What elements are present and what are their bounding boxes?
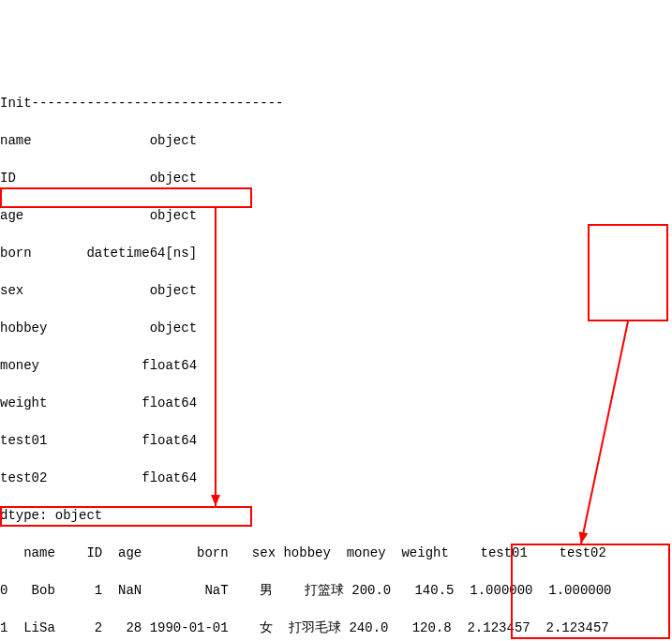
dtype-row: sex object [0, 281, 672, 300]
dtype-row: age object [0, 206, 672, 225]
dtype-row: ID object [0, 169, 672, 187]
dtype-row: test01 float64 [0, 431, 672, 450]
dtype-row: hobbey object [0, 319, 672, 337]
svg-marker-1 [211, 495, 220, 506]
dtype-row: born datetime64[ns] [0, 244, 672, 262]
highlight-box-test02-col-before [588, 224, 668, 321]
dtype-row: test02 float64 [0, 469, 672, 487]
svg-marker-3 [579, 531, 589, 544]
df1-row: 0 Bob 1 NaN NaT 男 打篮球 200.0 140.5 1.0000… [0, 581, 672, 600]
dtype-row: weight float64 [0, 394, 672, 412]
df1-row: 1 LiSa 2 28 1990-01-01 女 打羽毛球 240.0 120.… [0, 619, 672, 637]
dtype-footer: dtype: object [0, 506, 672, 525]
dtype-row: money float64 [0, 356, 672, 375]
dtype-row: name object [0, 131, 672, 150]
highlight-box-test02-dtype-before [0, 187, 252, 208]
df1-header: name ID age born sex hobbey money weight… [0, 544, 672, 562]
section-header-init: Init-------------------------------- [0, 94, 672, 112]
